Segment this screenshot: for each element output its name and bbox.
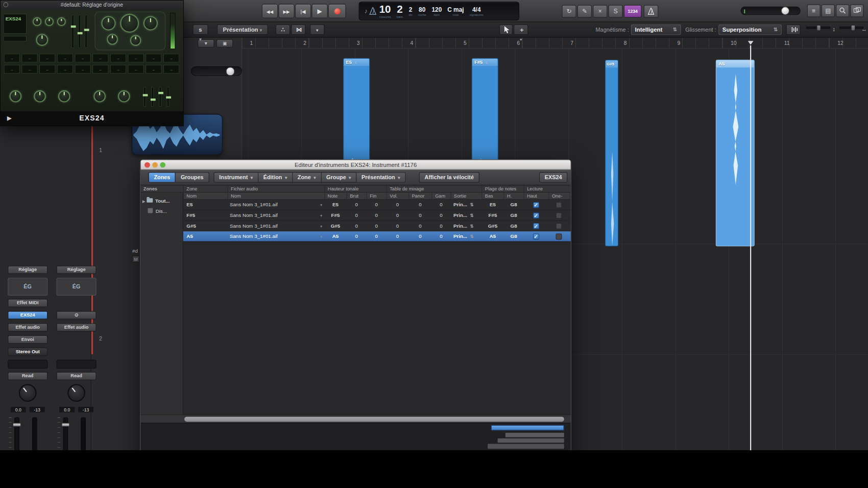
- hzoom-knob[interactable]: [851, 25, 855, 31]
- plugin-knob[interactable]: [93, 90, 106, 103]
- metronome-button[interactable]: [644, 5, 658, 18]
- scrollbar-handle[interactable]: [184, 417, 564, 422]
- plugin-slider[interactable]: [71, 15, 74, 48]
- plugin-knob[interactable]: [120, 14, 139, 33]
- plugin-slider[interactable]: [151, 87, 154, 107]
- mod-matrix-cell[interactable]: --: [128, 65, 143, 74]
- editor-title-bar[interactable]: Editeur d'instruments EXS24: Instrument …: [140, 160, 570, 170]
- strip-button--g[interactable]: ÉG: [8, 278, 47, 296]
- automation-read-button[interactable]: Read: [57, 372, 97, 380]
- collapse-icon[interactable]: ▶: [7, 111, 12, 126]
- column-header-brut[interactable]: Brut: [347, 192, 367, 200]
- track-volume-slider[interactable]: [191, 66, 242, 76]
- flex-button[interactable]: ⋈: [291, 25, 305, 35]
- playhead[interactable]: [750, 45, 751, 450]
- mod-matrix-cell[interactable]: --: [146, 54, 161, 62]
- strip-button--g[interactable]: ÉG: [57, 278, 97, 296]
- crosshair-tool-button[interactable]: ＋ ▾: [514, 25, 528, 35]
- strip-button--[interactable]: ⊙: [57, 311, 97, 319]
- column-header-inverser[interactable]: Inverser: [570, 192, 571, 200]
- column-header-nom[interactable]: Nom: [228, 192, 325, 200]
- dual-view-button[interactable]: [850, 5, 863, 17]
- fader-handle[interactable]: [13, 423, 21, 427]
- column-header-panor[interactable]: Panor: [408, 192, 432, 200]
- rewind-button[interactable]: ◀◀: [262, 4, 278, 18]
- plugin-knob[interactable]: [118, 90, 130, 103]
- column-header-bas[interactable]: Bas: [481, 192, 503, 200]
- pencil-button[interactable]: ✎: [577, 5, 592, 18]
- horizontal-zoom-slider[interactable]: [839, 27, 864, 29]
- lcd-field-batts[interactable]: 2batts: [396, 4, 403, 18]
- mod-matrix-cell[interactable]: --: [110, 65, 126, 74]
- minimize-button[interactable]: [152, 162, 158, 168]
- mod-matrix-cell[interactable]: --: [163, 65, 179, 74]
- mod-matrix-cell[interactable]: --: [39, 54, 55, 62]
- one-checkbox[interactable]: [556, 223, 562, 229]
- strip-button-effet-midi[interactable]: Effet MIDI: [8, 299, 47, 307]
- volume-knob[interactable]: [781, 7, 789, 15]
- plugin-slider[interactable]: [143, 87, 146, 107]
- haut-checkbox[interactable]: ✓: [533, 212, 539, 218]
- mod-matrix-cell[interactable]: --: [163, 54, 179, 62]
- mod-matrix-cell[interactable]: --: [57, 54, 73, 62]
- loupe-button[interactable]: [836, 5, 849, 17]
- track-catch-button[interactable]: ▣: [216, 39, 233, 47]
- lcd-field-coche[interactable]: 80coche: [418, 6, 426, 16]
- bar-ruler[interactable]: 123456789101112: [242, 38, 868, 49]
- one-checkbox[interactable]: [556, 212, 562, 218]
- plugin-knob[interactable]: [36, 34, 48, 46]
- sidebar-item-all-zones[interactable]: ▶Tout...: [140, 196, 183, 207]
- volume-fader[interactable]: [63, 417, 68, 450]
- mod-matrix-cell[interactable]: --: [21, 65, 37, 74]
- lcd-display[interactable]: ♪ 10mesures2batts2div80coche120bpmC majn…: [359, 2, 519, 20]
- lcd-field-note[interactable]: C majnote: [447, 6, 464, 16]
- stepper-icon[interactable]: ⇅: [470, 213, 473, 218]
- column-header-gam[interactable]: Gam: [432, 192, 451, 200]
- automation-button[interactable]: ∴: [276, 25, 290, 35]
- plugin-knob[interactable]: [107, 34, 118, 45]
- lcd-field-div[interactable]: 2div: [408, 6, 413, 16]
- tab-zones[interactable]: Zones: [149, 172, 176, 183]
- mod-matrix-cell[interactable]: --: [4, 65, 20, 74]
- menu-présentation[interactable]: Présentation▾: [356, 172, 405, 183]
- plugin-slider[interactable]: [159, 87, 161, 107]
- stepper-icon[interactable]: ⇅: [470, 203, 473, 208]
- column-header-fin[interactable]: Fin: [367, 192, 387, 200]
- vertical-zoom-slider[interactable]: [806, 27, 831, 29]
- plugin-slider[interactable]: [85, 15, 87, 48]
- selected-zone-bar[interactable]: [491, 425, 564, 431]
- volume-fader[interactable]: [14, 417, 19, 450]
- functions-menu[interactable]: s ▾: [192, 25, 208, 35]
- file-dropdown-icon[interactable]: ▾: [320, 221, 322, 232]
- column-header-vol[interactable]: Vol.: [387, 192, 408, 200]
- exs24-editor-window[interactable]: Editeur d'instruments EXS24: Instrument …: [140, 159, 571, 450]
- lcd-field-signatures[interactable]: 4/4signatures: [470, 6, 484, 16]
- count-in-button[interactable]: 1234: [624, 5, 642, 18]
- zone-row-gs5[interactable]: G#5Sans Nom 3_1#01.aif ▾G#500000Prin...⇅…: [183, 221, 571, 232]
- zone-row-fs5[interactable]: F#5Sans Nom 3_1#01.aif ▾F#500000Prin...⇅…: [183, 210, 571, 221]
- track-volume-knob[interactable]: [226, 67, 234, 76]
- mod-matrix-cell[interactable]: --: [92, 65, 108, 74]
- play-button[interactable]: ▶: [311, 4, 327, 18]
- disclosure-icon[interactable]: ▶: [142, 199, 146, 203]
- cell-fichier[interactable]: Sans Nom 3_1#01.aif ▾: [228, 210, 325, 221]
- note-pads-button[interactable]: ▤: [822, 5, 835, 17]
- automation-read-button[interactable]: Read: [8, 372, 47, 380]
- cell-fichier[interactable]: Sans Nom 3_1#01.aif ▾: [228, 231, 325, 242]
- cell-fichier[interactable]: Sans Nom 3_1#01.aif ▾: [228, 221, 325, 232]
- one-checkbox[interactable]: [556, 234, 562, 240]
- strip-button-stereo-out[interactable]: Stereo Out: [8, 348, 47, 356]
- mod-matrix-cell[interactable]: --: [57, 65, 73, 74]
- column-header-sortie[interactable]: Sortie: [451, 192, 482, 200]
- strip-button-effet-audio[interactable]: Effet audio: [8, 323, 47, 331]
- magnetism-select[interactable]: Intelligent⇅: [631, 25, 681, 35]
- replace-button[interactable]: ×: [593, 5, 607, 18]
- plugin-slider[interactable]: [166, 87, 169, 107]
- filter-button[interactable]: ▼: [310, 25, 324, 35]
- menu-édition[interactable]: Édition▾: [258, 172, 293, 183]
- menu-zone[interactable]: Zone▾: [293, 172, 321, 183]
- record-button[interactable]: [328, 4, 346, 18]
- close-button[interactable]: [144, 162, 150, 168]
- show-velocity-button[interactable]: Afficher la vélocité: [419, 172, 479, 183]
- lcd-field-bpm[interactable]: 120bpm: [431, 6, 442, 16]
